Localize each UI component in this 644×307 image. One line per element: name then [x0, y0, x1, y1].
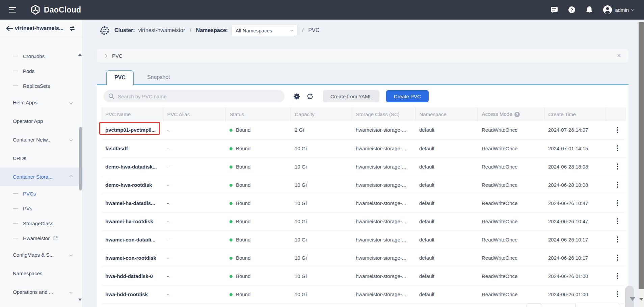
- pvc-name-link[interactable]: hwamei-con-rootdisk: [105, 255, 156, 261]
- sidebar-item-pvcs[interactable]: PVCs: [0, 186, 82, 201]
- pvc-name-link[interactable]: hwa-hdd-datadisk-0: [105, 273, 153, 279]
- pvc-name-link[interactable]: pvctmp01-pvctmp0...: [105, 127, 156, 133]
- sidebar-item-cronjobs[interactable]: CronJobs: [0, 49, 82, 63]
- main-content: Cluster: virtnest-hwameistor / Namespace…: [83, 20, 644, 307]
- row-actions-kebab-icon[interactable]: [614, 163, 621, 170]
- window-scrollbar-thumb[interactable]: [639, 22, 644, 289]
- cell-text: ReadWriteOnce: [482, 127, 517, 133]
- sidebar-item-container-stora[interactable]: Container Stora...: [0, 168, 82, 186]
- sidebar-item-label: Hwameistor: [23, 235, 50, 241]
- cell-text: 2024-07-01 14:15: [548, 146, 588, 151]
- cell-capacity: 10 Gi: [291, 176, 352, 194]
- cell-create-time: 2024-06-26 10:47: [544, 212, 605, 230]
- cell-text: ReadWriteOnce: [482, 237, 517, 242]
- cell-capacity: 10 Gi: [291, 157, 352, 176]
- status-text: Bound: [236, 146, 250, 151]
- search-icon: [108, 93, 114, 99]
- tab-pvc[interactable]: PVC: [106, 70, 134, 85]
- daocloud-logo[interactable]: DaoCloud: [30, 5, 81, 15]
- scroll-down-arrow[interactable]: [630, 297, 635, 301]
- cell-text: hwameistor-storage-...: [356, 255, 406, 261]
- chat-icon[interactable]: [550, 6, 558, 14]
- banner-close-icon[interactable]: ✕: [617, 53, 621, 59]
- row-actions-kebab-icon[interactable]: [614, 255, 621, 261]
- row-actions-kebab-icon[interactable]: [614, 127, 621, 133]
- search-input[interactable]: [118, 94, 266, 99]
- table-row: demo-hwa-datadisk...-Bound10 Gihwameisto…: [101, 157, 626, 176]
- pvc-name-link[interactable]: hwamei-ha-datadis...: [105, 200, 155, 206]
- status-text: Bound: [236, 219, 250, 224]
- settings-gear-icon[interactable]: [293, 93, 300, 100]
- back-arrow-icon[interactable]: [6, 25, 15, 31]
- hamburger-menu-icon[interactable]: [9, 7, 16, 12]
- sidebar-item-namespaces[interactable]: Namespaces: [0, 264, 82, 283]
- expand-chevron-icon[interactable]: [104, 54, 107, 57]
- sidebar-item-operations-and[interactable]: Operations and ...: [0, 283, 82, 301]
- pvc-name-link[interactable]: demo-hwa-rootdisk: [105, 182, 152, 188]
- sidebar-item-container-netw[interactable]: Container Netw...: [0, 130, 82, 149]
- cell-actions: [605, 121, 626, 139]
- column-header-label: Create Time: [548, 111, 576, 117]
- row-actions-kebab-icon[interactable]: [614, 145, 621, 151]
- sidebar-menu: CronJobsPodsReplicaSetsHelm AppsOperator…: [0, 37, 82, 301]
- tab-snapshot[interactable]: Snapshot: [134, 70, 171, 85]
- cell-actions: [605, 230, 626, 249]
- user-menu[interactable]: admin: [603, 5, 634, 15]
- help-icon[interactable]: ?: [568, 6, 576, 14]
- sidebar-item-configmaps-s[interactable]: ConfigMaps & S...: [0, 246, 82, 264]
- breadcrumb-namespace-label: Namespace:: [196, 27, 228, 33]
- content-scrollbar-thumb[interactable]: [625, 286, 634, 307]
- sidebar-item-dash: [13, 223, 18, 224]
- cell-text: 10 Gi: [295, 200, 307, 206]
- sidebar-item-storageclass[interactable]: StorageClass: [0, 216, 82, 231]
- cell-access-mode: ReadWriteOnce: [478, 249, 544, 267]
- sidebar-item-replicasets[interactable]: ReplicaSets: [0, 78, 82, 93]
- access-mode-help-icon[interactable]: ?: [514, 112, 520, 117]
- sidebar-item-label: Operations and ...: [13, 289, 53, 295]
- cell-alias: -: [163, 249, 225, 267]
- bell-icon[interactable]: [585, 6, 593, 14]
- pvc-name-link[interactable]: demo-hwa-datadisk...: [105, 164, 157, 170]
- row-actions-kebab-icon[interactable]: [614, 273, 621, 279]
- cell-status: Bound: [225, 212, 291, 230]
- pvc-name-link[interactable]: hwamei-con-datadi...: [105, 237, 155, 242]
- cell-storage-class: hwameistor-storage-...: [352, 285, 415, 303]
- sidebar-scrollbar-thumb[interactable]: [79, 127, 82, 190]
- cell-status: Bound: [225, 194, 291, 212]
- column-header-label: Storage Class (SC): [356, 111, 400, 117]
- sidebar-item-pods[interactable]: Pods: [0, 63, 82, 78]
- sidebar-item-hwameistor[interactable]: Hwameistor: [0, 231, 82, 246]
- sidebar-item-operator-app[interactable]: Operator App: [0, 112, 82, 130]
- cell-namespace: default: [415, 157, 478, 176]
- cell-namespace: default: [415, 139, 478, 157]
- create-pvc-button[interactable]: Create PVC: [386, 90, 429, 102]
- cell-create-time: 2024-06-26 01:00: [544, 267, 605, 285]
- row-actions-kebab-icon[interactable]: [614, 182, 621, 188]
- namespace-select[interactable]: All Namespaces: [231, 25, 297, 36]
- sidebar-scroll-down-arrow[interactable]: [78, 299, 82, 301]
- switch-cluster-icon[interactable]: [69, 25, 76, 31]
- row-actions-kebab-icon[interactable]: [614, 218, 621, 224]
- cell-storage-class: hwameistor-storage-...: [352, 139, 415, 157]
- pagination-page-button[interactable]: [527, 304, 541, 307]
- sidebar-item-crds[interactable]: CRDs: [0, 149, 82, 168]
- pvc-name-link[interactable]: hwamei-ha-rootdisk: [105, 219, 153, 224]
- search-box[interactable]: [104, 90, 285, 102]
- pvc-table: PVC NamePVC AliasStatusCapacityStorage C…: [101, 107, 626, 304]
- sidebar-item-helm-apps[interactable]: Helm Apps: [0, 93, 82, 112]
- row-actions-kebab-icon[interactable]: [614, 291, 621, 297]
- pvc-name-link[interactable]: fasdfasdf: [105, 146, 128, 151]
- cell-actions: [605, 267, 626, 285]
- row-actions-kebab-icon[interactable]: [614, 236, 621, 242]
- create-from-yaml-button[interactable]: Create from YAML: [323, 90, 379, 102]
- sidebar-item-label: Namespaces: [13, 271, 43, 276]
- cell-text: ReadWriteOnce: [482, 182, 517, 188]
- pagination-size-select[interactable]: [575, 303, 619, 307]
- sidebar-scroll-up-arrow[interactable]: [78, 53, 82, 56]
- sidebar-item-pvs[interactable]: PVs: [0, 201, 82, 216]
- sidebar-item-label: ConfigMaps & S...: [13, 252, 54, 258]
- pvc-name-link[interactable]: hwa-hdd-rootdisk: [105, 291, 148, 297]
- refresh-icon[interactable]: [306, 93, 314, 100]
- window-scrollbar-down-arrow[interactable]: [639, 298, 643, 301]
- row-actions-kebab-icon[interactable]: [614, 200, 621, 206]
